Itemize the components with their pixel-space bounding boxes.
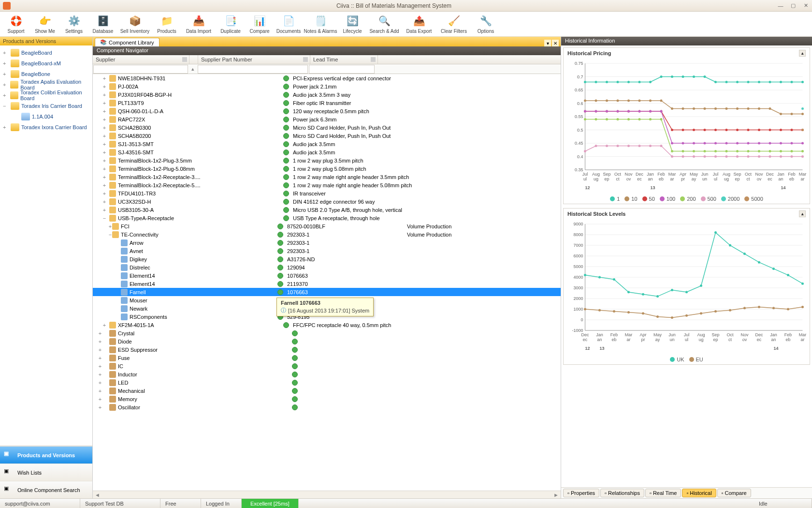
expand-icon[interactable]: +: [3, 50, 9, 56]
expand-icon[interactable]: +: [3, 82, 8, 88]
expand-icon[interactable]: +: [3, 71, 9, 77]
legend-item[interactable]: UK: [670, 357, 684, 362]
table-row[interactable]: +SJ-43516-SMTAudio jack 3.5mm: [93, 148, 561, 156]
tree-item-version[interactable]: 1.1A.004: [0, 111, 92, 122]
table-row[interactable]: −USB-TypeA-ReceptacleUSB Type A receptac…: [93, 214, 561, 222]
expand-icon[interactable]: +: [3, 60, 9, 66]
filter-icon[interactable]: [182, 57, 187, 62]
table-row[interactable]: +TerminalBlock-1x2-Plug-3.5mm1 row 2 way…: [93, 156, 561, 164]
table-row[interactable]: +Diode: [93, 337, 561, 345]
table-row[interactable]: +TerminalBlock-1x2-Receptacle-3....1 row…: [93, 173, 561, 181]
toolbar-support[interactable]: 🛟Support: [2, 13, 30, 35]
tree-item[interactable]: +BeagleBone: [0, 69, 92, 79]
toolbar-notes-alarms[interactable]: 🗒️Notes & Alarms: [304, 13, 337, 35]
table-row[interactable]: +Fuse: [93, 354, 561, 362]
tab-component-library[interactable]: 📚 Component Library: [95, 38, 160, 46]
col-expand-toggle[interactable]: [189, 55, 198, 64]
toolbar-data-import[interactable]: 📥Data Import: [182, 13, 216, 35]
expand-icon[interactable]: +: [3, 92, 8, 98]
col-part-number[interactable]: Supplier Part Number: [198, 55, 310, 64]
table-row[interactable]: +PJ3X01RF04B-BGP-HAudio jack 3.5mm 3 way: [93, 90, 561, 99]
table-row[interactable]: +QSH-060-01-L-D-A120 way receptacle 0.5m…: [93, 107, 561, 115]
toolbar-options[interactable]: 🔧Options: [472, 13, 500, 35]
table-row[interactable]: +FCI87520-0010BLFVolume Production: [93, 222, 561, 230]
legend-item[interactable]: 100: [660, 196, 675, 202]
table-row[interactable]: +ESD Suppressor: [93, 345, 561, 354]
row-expand-icon[interactable]: +: [93, 174, 107, 180]
table-row[interactable]: +LED: [93, 378, 561, 387]
tree-item[interactable]: +Toradex Ixora Carrier Board: [0, 122, 92, 133]
toolbar-search-add[interactable]: 🔍Search & Add: [367, 13, 401, 35]
toolbar-products[interactable]: 📁Products: [153, 13, 181, 35]
table-row[interactable]: Distrelec129094: [93, 263, 561, 271]
filter-lead-input[interactable]: [309, 65, 375, 74]
row-expand-icon[interactable]: +: [93, 108, 107, 114]
toolbar-data-export[interactable]: 📤Data Export: [402, 13, 436, 35]
table-row[interactable]: Avnet292303-1: [93, 247, 561, 255]
nav-online-component-search[interactable]: ▣Online Component Search: [0, 481, 92, 498]
table-row[interactable]: +USB3105-30-AMicro USB 2.0 Type A/B, thr…: [93, 206, 561, 214]
row-expand-icon[interactable]: +: [93, 182, 107, 188]
row-expand-icon[interactable]: +: [93, 396, 107, 402]
minimize-button[interactable]: —: [774, 1, 787, 10]
table-row[interactable]: +TerminalBlock-1x2-Receptacle-5....1 row…: [93, 181, 561, 189]
row-expand-icon[interactable]: +: [93, 224, 110, 229]
table-row[interactable]: +Memory: [93, 395, 561, 403]
row-expand-icon[interactable]: +: [93, 75, 107, 81]
table-row[interactable]: +SCHA5B0200Micro SD Card Holder, Push In…: [93, 132, 561, 140]
row-expand-icon[interactable]: +: [93, 84, 107, 90]
row-expand-icon[interactable]: +: [93, 330, 107, 336]
col-supplier[interactable]: Supplier: [93, 55, 189, 64]
toolbar-duplicate[interactable]: 📑Duplicate: [217, 13, 245, 35]
row-expand-icon[interactable]: +: [93, 133, 107, 139]
table-row[interactable]: Farnell1076663: [93, 288, 561, 296]
row-expand-icon[interactable]: +: [93, 166, 107, 172]
row-expand-icon[interactable]: +: [93, 141, 107, 147]
tab-dropdown-icon[interactable]: ▾: [544, 40, 551, 46]
row-expand-icon[interactable]: +: [93, 100, 107, 106]
horizontal-scrollbar[interactable]: ◄►: [93, 491, 561, 498]
toolbar-compare[interactable]: 📊Compare: [246, 13, 274, 35]
maximize-button[interactable]: ▢: [787, 1, 799, 10]
row-expand-icon[interactable]: −: [93, 215, 107, 221]
row-expand-icon[interactable]: +: [93, 372, 107, 377]
close-button[interactable]: ✕: [799, 1, 812, 10]
toolbar-database[interactable]: 🗄️Database: [89, 13, 117, 35]
row-expand-icon[interactable]: +: [93, 355, 107, 361]
row-expand-icon[interactable]: +: [93, 117, 107, 122]
tree-item[interactable]: +BeagleBoard: [0, 47, 92, 58]
table-row[interactable]: Arrow292303-1: [93, 239, 561, 247]
legend-item[interactable]: 50: [642, 196, 655, 202]
table-row[interactable]: +Oscillator: [93, 403, 561, 411]
filter-icon[interactable]: [371, 57, 376, 62]
tab-compare[interactable]: ▫Compare: [717, 489, 751, 497]
table-row[interactable]: +RAPC722XPower jack 6.3mm: [93, 115, 561, 123]
table-row[interactable]: +XF2M-4015-1AFFC/FPC receptacle 40 way, …: [93, 321, 561, 329]
row-expand-icon[interactable]: +: [93, 322, 107, 328]
table-row[interactable]: Element141076663: [93, 271, 561, 280]
row-expand-icon[interactable]: +: [93, 339, 107, 344]
row-expand-icon[interactable]: +: [93, 380, 107, 386]
row-expand-icon[interactable]: +: [93, 404, 107, 410]
collapse-icon[interactable]: ▴: [799, 50, 806, 57]
expand-all-icon[interactable]: ▴: [188, 64, 197, 74]
tab-relationships[interactable]: ▫Relationships: [600, 489, 644, 497]
toolbar-show-me[interactable]: 👉Show Me: [31, 13, 59, 35]
nav-wish-lists[interactable]: ▣Wish Lists: [0, 463, 92, 481]
row-expand-icon[interactable]: +: [93, 347, 107, 353]
row-expand-icon[interactable]: +: [93, 363, 107, 369]
tab-real-time[interactable]: ▫Real Time: [645, 489, 681, 497]
filter-part-input[interactable]: [198, 65, 308, 74]
filter-supplier-input[interactable]: [93, 65, 188, 74]
table-row[interactable]: +PLT133/T9Fiber optic IR transmitter: [93, 99, 561, 107]
table-row[interactable]: +SJ1-3513-SMTAudio jack 3.5mm: [93, 140, 561, 148]
table-row[interactable]: +SCHA2B0300Micro SD Card Holder, Push In…: [93, 123, 561, 132]
table-row[interactable]: +Crystal: [93, 329, 561, 337]
toolbar-sell-inventory[interactable]: 📦Sell Inventory: [118, 13, 152, 35]
legend-item[interactable]: 10: [624, 196, 637, 202]
table-row[interactable]: DigikeyA31726-ND: [93, 255, 561, 263]
row-expand-icon[interactable]: +: [93, 125, 107, 131]
collapse-icon[interactable]: ▴: [799, 210, 806, 217]
col-lead-time[interactable]: Lead Time: [310, 55, 378, 64]
legend-item[interactable]: EU: [689, 357, 703, 362]
